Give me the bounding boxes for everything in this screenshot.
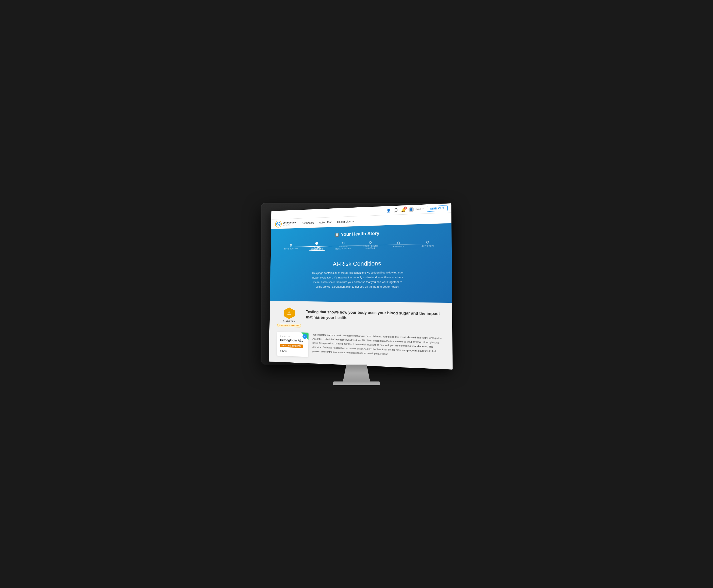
at-risk-title: At-Risk Conditions <box>286 259 433 268</box>
app-wrapper: 👤 💬 🔔 3 👤 Jane ▾ SIGN OUT <box>269 203 453 370</box>
sign-out-button[interactable]: SIGN OUT <box>427 205 448 212</box>
step-dot-health-score <box>342 242 344 244</box>
step-label-introduction: Introduction <box>284 247 298 250</box>
card-row: + DIABETES Hemoglobin A1c EXISITING DIAB… <box>277 332 443 363</box>
step-health-in-detail[interactable]: Your Health In Detail <box>357 241 385 250</box>
diabetes-icon-wrapper: ⚠ DIABETES ⚠ NEEDS ATTENTION <box>277 307 301 328</box>
logo-icon <box>275 220 282 228</box>
step-personal-health-score[interactable]: Personal Health Score <box>330 241 357 250</box>
share-icon[interactable]: 👤 <box>386 208 391 213</box>
diabetes-hexagon-icon: ⚠ <box>284 307 294 319</box>
hero-section: 📋 Your Health Story Introduction <box>270 223 452 303</box>
nav-links: Dashboard Action Plan Health Library <box>302 219 354 225</box>
monitor-wrapper: 👤 💬 🔔 3 👤 Jane ▾ SIGN OUT <box>261 203 452 385</box>
logo: Interactive HEALTH <box>275 219 296 228</box>
monitor-frame: 👤 💬 🔔 3 👤 Jane ▾ SIGN OUT <box>261 203 452 364</box>
at-risk-section: At-Risk Conditions This page contains al… <box>278 255 443 294</box>
step-dot-pin <box>397 241 400 244</box>
step-dot-introduction <box>290 244 292 247</box>
user-info[interactable]: 👤 Jane ▾ <box>409 207 424 212</box>
step-dot-next <box>426 241 429 244</box>
monitor-base <box>333 381 380 385</box>
step-pin-items[interactable]: Pin Items <box>385 241 413 248</box>
logo-text-wrapper: Interactive HEALTH <box>283 221 296 227</box>
message-icon[interactable]: 💬 <box>394 208 398 212</box>
nav-health-library[interactable]: Health Library <box>337 219 354 224</box>
top-bar-icons: 👤 💬 🔔 3 👤 Jane ▾ SIGN OUT <box>386 205 448 213</box>
nav-action-plan[interactable]: Action Plan <box>319 219 332 225</box>
step-label-pin: Pin Items <box>393 245 404 248</box>
card-value: 6.6 % <box>280 349 305 354</box>
logo-sub: HEALTH <box>283 224 296 227</box>
step-dot-health-detail <box>369 241 372 244</box>
card-description: You indicated on your health assessment … <box>312 333 443 358</box>
logo-name: Interactive <box>283 221 296 224</box>
step-next-steps[interactable]: Next Steps <box>413 240 442 247</box>
step-label-health-score: Personal Health Score <box>335 245 351 250</box>
step-at-risk[interactable]: At-Risk Conditions <box>304 241 330 251</box>
health-card: + DIABETES Hemoglobin A1c EXISITING DIAB… <box>277 332 309 357</box>
notification-badge: 3 <box>404 206 407 209</box>
monitor-screen: 👤 💬 🔔 3 👤 Jane ▾ SIGN OUT <box>269 203 453 370</box>
step-label-health-detail: Your Health In Detail <box>362 245 379 249</box>
step-label-next: Next Steps <box>421 245 434 247</box>
step-label-at-risk: At-Risk Conditions <box>309 246 325 251</box>
diabetes-warning-icon: ⚠ <box>287 311 291 316</box>
step-dot-at-risk <box>315 242 318 245</box>
monitor-stand <box>340 364 373 381</box>
step-introduction[interactable]: Introduction <box>278 244 304 250</box>
username: Jane <box>415 208 421 211</box>
dropdown-arrow-icon: ▾ <box>423 208 424 211</box>
attention-icon: ⚠ <box>279 324 281 327</box>
diabetes-heading: Testing that shows how your body uses yo… <box>306 308 443 322</box>
diabetes-header: ⚠ DIABETES ⚠ NEEDS ATTENTION Testing tha… <box>277 307 443 331</box>
notification-icon[interactable]: 🔔 3 <box>401 208 406 212</box>
at-risk-description: This page contains all of the at-risk co… <box>309 270 406 289</box>
diabetes-label: DIABETES <box>283 320 296 323</box>
content-section: ⚠ DIABETES ⚠ NEEDS ATTENTION Testing tha… <box>269 301 453 370</box>
needs-attention-text: NEEDS ATTENTION <box>281 324 299 327</box>
card-badge: EXISITING DIABETES <box>280 344 303 348</box>
nav-dashboard[interactable]: Dashboard <box>302 220 314 225</box>
avatar: 👤 <box>409 207 414 212</box>
needs-attention-badge: ⚠ NEEDS ATTENTION <box>277 324 301 328</box>
